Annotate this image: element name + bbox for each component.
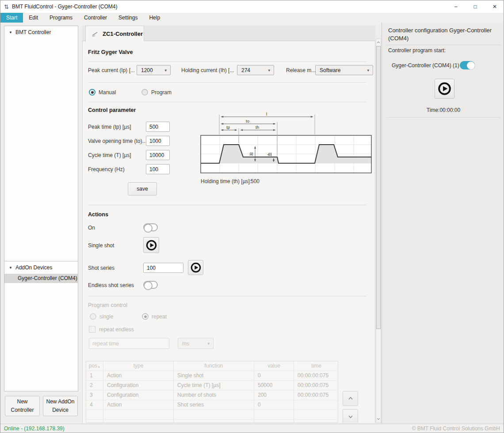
valve-opening-time-input[interactable] (146, 136, 170, 146)
device-start-toggle[interactable] (460, 61, 475, 69)
single-radio[interactable] (90, 313, 96, 320)
actions-title: Actions (88, 211, 108, 218)
new-controller-button[interactable]: New Controller (5, 396, 40, 416)
frequency-input[interactable] (146, 164, 170, 174)
single-shot-label: Single shot (88, 242, 114, 249)
cycle-time-input[interactable] (146, 150, 170, 160)
table-cell: 00:00:00:075 (294, 391, 338, 400)
device-label: Gyger-Controller (COM4) (1) (392, 62, 459, 69)
holding-current-value: 274 (241, 67, 250, 73)
table-cell: 3 (86, 391, 103, 400)
diagram-label-T: T (265, 112, 268, 116)
valve-icon (91, 31, 99, 37)
release-mode-select[interactable]: Software ▾ (315, 65, 373, 75)
program-time-label: Time:00:00:00 (382, 107, 504, 113)
scrollbar-thumb[interactable] (376, 46, 381, 329)
copyright-text: © BMT Fluid Control Solutions GmbH (412, 425, 500, 432)
title-bar: ⇅ BMT FluidControl - Gyger-Controller (C… (0, 0, 504, 13)
column-header-function[interactable]: function (174, 361, 254, 371)
diagram-label-to: to (246, 119, 249, 123)
release-mode-value: Software (320, 67, 340, 73)
cycle-time-label: Cycle time (T) [µs] (88, 152, 131, 158)
column-header-pos[interactable]: pos▲ (86, 361, 103, 371)
table-cell: 0 (254, 400, 294, 410)
single-shot-play-button[interactable] (143, 237, 159, 253)
column-header-type[interactable]: type (103, 361, 174, 371)
program-radio[interactable] (141, 89, 148, 96)
repeat-endless-checkbox[interactable] (89, 326, 95, 333)
frequency-label: Frequency (Hz) (88, 166, 125, 172)
table-cell: 200 (254, 391, 294, 400)
shot-series-input[interactable] (143, 263, 183, 273)
table-row: 3 Configuration Number of shots 200 00:0… (86, 391, 338, 400)
column-header-time[interactable]: time (294, 361, 338, 371)
menu-help[interactable]: Help (143, 13, 166, 23)
program-start-label: Controller program start: (388, 47, 446, 54)
shot-series-play-button[interactable] (188, 260, 203, 275)
manual-radio[interactable] (89, 89, 95, 96)
controller-configuration-panel: Controller configuration Gyger-Controlle… (382, 23, 504, 424)
table-cell: Cycle time (T) [µs] (174, 381, 254, 390)
holding-time-value: 500 (251, 178, 260, 184)
peak-time-input[interactable] (146, 122, 170, 132)
scroll-down-icon[interactable] (376, 416, 381, 422)
table-cell: Configuration (103, 391, 174, 400)
tree-item-gyger-controller[interactable]: Gyger-Controller (COM4) (4, 274, 78, 283)
panel-divider (386, 45, 500, 45)
peak-current-value: 1200 (141, 67, 153, 73)
chevron-up-icon (347, 395, 354, 402)
play-icon (145, 239, 157, 251)
section-divider (88, 61, 367, 62)
repeat-time-input[interactable] (89, 338, 169, 349)
addon-devices-section: ▼ AddOn Devices Gyger-Controller (COM4) (4, 261, 78, 283)
table-cell: 1 (86, 371, 103, 380)
tree-expander-icon: ▼ (9, 266, 12, 270)
repeat-time-unit-select[interactable]: ms ▾ (178, 338, 214, 349)
unit-value: ms (182, 341, 189, 347)
menu-settings[interactable]: Settings (113, 13, 143, 23)
menu-start[interactable]: Start (0, 13, 23, 23)
menu-controller[interactable]: Controller (78, 13, 113, 23)
save-button[interactable]: save (128, 182, 157, 195)
move-down-button[interactable] (343, 409, 358, 423)
program-steps-table: pos▲ type function value time 1 Action S… (86, 361, 338, 423)
minimize-icon[interactable]: – (446, 0, 466, 13)
chevron-down-icon: ▾ (268, 68, 270, 73)
table-cell: Number of shots (174, 391, 254, 400)
table-cell: 0 (254, 371, 294, 380)
column-header-value[interactable]: value (254, 361, 294, 371)
content-scrollbar[interactable] (376, 38, 381, 423)
window-title: BMT FluidControl - Gyger-Controller (COM… (12, 4, 118, 10)
holding-current-select[interactable]: 274 ▾ (237, 65, 274, 75)
table-cell: 00:00:00:075 (294, 371, 338, 380)
table-cell: Single shot (174, 371, 254, 380)
connection-status: Online - (192.168.178.39) (4, 425, 65, 432)
diagram-label-tp: tp (226, 125, 230, 130)
diagram-label-Ip: Ip (248, 152, 253, 156)
menu-edit[interactable]: Edit (23, 13, 44, 23)
program-start-play-button[interactable] (435, 79, 454, 99)
peak-current-select[interactable]: 1200 ▾ (137, 65, 171, 75)
tree-group-addon-devices[interactable]: ▼ AddOn Devices (4, 261, 78, 274)
menu-programs[interactable]: Programs (44, 13, 78, 23)
endless-shot-series-toggle[interactable] (143, 281, 158, 289)
tab-zc1-controller[interactable]: ZC1-Controller (85, 26, 144, 42)
scroll-up-icon[interactable] (376, 39, 381, 46)
on-toggle[interactable] (143, 223, 158, 231)
holding-current-label: Holding current (Ih) [... (181, 67, 235, 73)
chevron-down-icon: ▾ (207, 341, 210, 346)
shot-series-label: Shot series (88, 265, 115, 271)
tree-group-label: AddOn Devices (15, 264, 52, 271)
panel-title: Controller configuration Gyger-Controlle… (388, 27, 500, 42)
move-up-button[interactable] (343, 391, 358, 406)
tree-group-bmt-controller[interactable]: ▼ BMT Controller (4, 26, 78, 38)
maximize-icon[interactable]: □ (466, 0, 485, 13)
chevron-down-icon: ▾ (164, 68, 167, 73)
close-icon[interactable]: ✕ (485, 0, 504, 13)
table-cell: Action (103, 371, 174, 380)
repeat-radio[interactable] (142, 313, 149, 320)
status-bar: Online - (192.168.178.39) © BMT Fluid Co… (0, 424, 504, 433)
table-header-row: pos▲ type function value time (86, 361, 338, 371)
new-addon-device-button[interactable]: New AddOn Device (43, 396, 78, 416)
repeat-endless-label: repeat endless (99, 326, 134, 333)
